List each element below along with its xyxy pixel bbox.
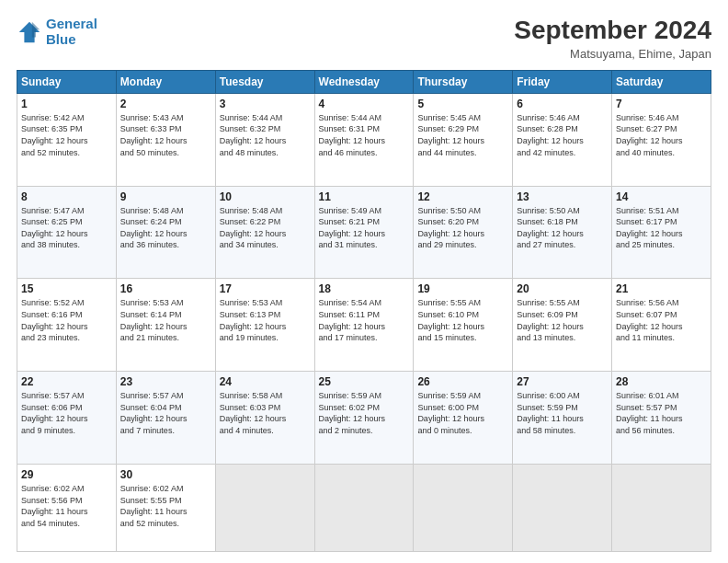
logo: General Blue [17,17,97,47]
calendar-cell: 7Sunrise: 5:46 AM Sunset: 6:27 PM Daylig… [612,93,711,186]
day-number: 17 [220,282,311,295]
day-info: Sunrise: 5:45 AM Sunset: 6:29 PM Dayligh… [417,112,508,158]
day-number: 3 [220,98,311,110]
calendar-week-row: 1Sunrise: 5:42 AM Sunset: 6:35 PM Daylig… [17,93,711,186]
calendar-table: SundayMondayTuesdayWednesdayThursdayFrid… [17,70,711,552]
calendar-cell: 14Sunrise: 5:51 AM Sunset: 6:17 PM Dayli… [612,186,711,279]
calendar-cell: 15Sunrise: 5:52 AM Sunset: 6:16 PM Dayli… [17,279,117,372]
calendar-week-row: 15Sunrise: 5:52 AM Sunset: 6:16 PM Dayli… [17,279,711,372]
header: General Blue September 2024 Matsuyama, E… [17,17,711,61]
title-block: September 2024 Matsuyama, Ehime, Japan [514,17,711,61]
day-info: Sunrise: 5:52 AM Sunset: 6:16 PM Dayligh… [21,297,112,343]
logo-text: General Blue [46,17,97,47]
day-info: Sunrise: 5:59 AM Sunset: 6:02 PM Dayligh… [319,390,410,436]
calendar-cell: 18Sunrise: 5:54 AM Sunset: 6:11 PM Dayli… [314,279,414,372]
calendar-cell [414,464,513,551]
day-number: 18 [319,282,410,295]
day-info: Sunrise: 5:58 AM Sunset: 6:03 PM Dayligh… [220,390,311,436]
day-number: 28 [616,375,707,388]
day-info: Sunrise: 5:55 AM Sunset: 6:10 PM Dayligh… [417,297,508,343]
calendar-cell: 16Sunrise: 5:53 AM Sunset: 6:14 PM Dayli… [116,279,215,372]
day-number: 19 [417,282,508,295]
day-number: 13 [517,190,608,203]
day-info: Sunrise: 5:48 AM Sunset: 6:22 PM Dayligh… [220,205,311,251]
day-info: Sunrise: 5:57 AM Sunset: 6:04 PM Dayligh… [120,390,211,436]
day-number: 9 [120,190,211,203]
day-info: Sunrise: 5:44 AM Sunset: 6:31 PM Dayligh… [319,112,410,158]
day-info: Sunrise: 6:02 AM Sunset: 5:55 PM Dayligh… [120,483,211,529]
calendar-cell: 17Sunrise: 5:53 AM Sunset: 6:13 PM Dayli… [215,279,314,372]
calendar-week-row: 8Sunrise: 5:47 AM Sunset: 6:25 PM Daylig… [17,186,711,279]
calendar-cell [612,464,711,551]
day-info: Sunrise: 5:54 AM Sunset: 6:11 PM Dayligh… [319,297,410,343]
day-info: Sunrise: 6:01 AM Sunset: 5:57 PM Dayligh… [616,390,707,436]
calendar-cell: 9Sunrise: 5:48 AM Sunset: 6:24 PM Daylig… [116,186,215,279]
day-number: 12 [417,190,508,203]
calendar-cell: 30Sunrise: 6:02 AM Sunset: 5:55 PM Dayli… [116,464,215,551]
weekday-header: Saturday [612,70,711,93]
day-number: 1 [21,98,112,110]
calendar-cell [513,464,612,551]
day-number: 4 [319,98,410,110]
weekday-header: Wednesday [314,70,414,93]
calendar-cell [215,464,314,551]
day-info: Sunrise: 5:50 AM Sunset: 6:18 PM Dayligh… [517,205,608,251]
weekday-header: Tuesday [215,70,314,93]
day-info: Sunrise: 5:50 AM Sunset: 6:20 PM Dayligh… [417,205,508,251]
day-number: 29 [21,468,112,481]
calendar-cell: 10Sunrise: 5:48 AM Sunset: 6:22 PM Dayli… [215,186,314,279]
day-number: 24 [220,375,311,388]
day-info: Sunrise: 5:51 AM Sunset: 6:17 PM Dayligh… [616,205,707,251]
calendar-cell: 29Sunrise: 6:02 AM Sunset: 5:56 PM Dayli… [17,464,117,551]
weekday-header: Friday [513,70,612,93]
calendar-cell: 1Sunrise: 5:42 AM Sunset: 6:35 PM Daylig… [17,93,117,186]
logo-icon [17,19,42,45]
calendar-cell: 6Sunrise: 5:46 AM Sunset: 6:28 PM Daylig… [513,93,612,186]
weekday-header: Thursday [414,70,513,93]
weekday-header-row: SundayMondayTuesdayWednesdayThursdayFrid… [17,70,711,93]
calendar-cell: 13Sunrise: 5:50 AM Sunset: 6:18 PM Dayli… [513,186,612,279]
calendar-cell: 24Sunrise: 5:58 AM Sunset: 6:03 PM Dayli… [215,372,314,465]
day-info: Sunrise: 6:00 AM Sunset: 5:59 PM Dayligh… [517,390,608,436]
calendar-cell: 12Sunrise: 5:50 AM Sunset: 6:20 PM Dayli… [414,186,513,279]
day-number: 22 [21,375,112,388]
day-number: 6 [517,98,608,110]
day-info: Sunrise: 5:47 AM Sunset: 6:25 PM Dayligh… [21,205,112,251]
location: Matsuyama, Ehime, Japan [514,47,711,61]
calendar-cell: 26Sunrise: 5:59 AM Sunset: 6:00 PM Dayli… [414,372,513,465]
logo-blue: Blue [46,31,76,47]
day-info: Sunrise: 5:49 AM Sunset: 6:21 PM Dayligh… [319,205,410,251]
calendar-cell: 25Sunrise: 5:59 AM Sunset: 6:02 PM Dayli… [314,372,414,465]
calendar-cell: 28Sunrise: 6:01 AM Sunset: 5:57 PM Dayli… [612,372,711,465]
calendar-cell: 19Sunrise: 5:55 AM Sunset: 6:10 PM Dayli… [414,279,513,372]
day-info: Sunrise: 5:53 AM Sunset: 6:13 PM Dayligh… [220,297,311,343]
day-number: 15 [21,282,112,295]
day-number: 30 [120,468,211,481]
calendar-cell: 21Sunrise: 5:56 AM Sunset: 6:07 PM Dayli… [612,279,711,372]
day-info: Sunrise: 5:53 AM Sunset: 6:14 PM Dayligh… [120,297,211,343]
calendar-week-row: 22Sunrise: 5:57 AM Sunset: 6:06 PM Dayli… [17,372,711,465]
day-number: 14 [616,190,707,203]
calendar-cell: 5Sunrise: 5:45 AM Sunset: 6:29 PM Daylig… [414,93,513,186]
day-info: Sunrise: 5:55 AM Sunset: 6:09 PM Dayligh… [517,297,608,343]
day-info: Sunrise: 5:46 AM Sunset: 6:28 PM Dayligh… [517,112,608,158]
day-number: 5 [417,98,508,110]
calendar-cell: 2Sunrise: 5:43 AM Sunset: 6:33 PM Daylig… [116,93,215,186]
calendar-cell: 4Sunrise: 5:44 AM Sunset: 6:31 PM Daylig… [314,93,414,186]
svg-marker-1 [32,21,40,37]
day-number: 25 [319,375,410,388]
day-info: Sunrise: 5:48 AM Sunset: 6:24 PM Dayligh… [120,205,211,251]
day-info: Sunrise: 5:44 AM Sunset: 6:32 PM Dayligh… [220,112,311,158]
day-info: Sunrise: 5:59 AM Sunset: 6:00 PM Dayligh… [417,390,508,436]
svg-marker-0 [19,21,40,41]
day-info: Sunrise: 5:43 AM Sunset: 6:33 PM Dayligh… [120,112,211,158]
day-number: 2 [120,98,211,110]
day-number: 23 [120,375,211,388]
day-number: 8 [21,190,112,203]
calendar-cell: 11Sunrise: 5:49 AM Sunset: 6:21 PM Dayli… [314,186,414,279]
calendar-cell: 8Sunrise: 5:47 AM Sunset: 6:25 PM Daylig… [17,186,117,279]
weekday-header: Monday [116,70,215,93]
calendar-cell: 22Sunrise: 5:57 AM Sunset: 6:06 PM Dayli… [17,372,117,465]
day-number: 21 [616,282,707,295]
month-title: September 2024 [514,17,711,45]
